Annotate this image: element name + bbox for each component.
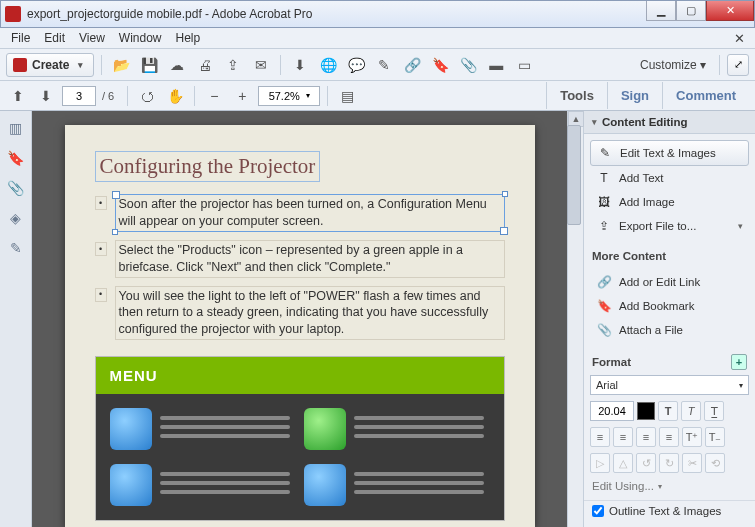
tool-attach-file[interactable]: 📎Attach a File [590, 318, 749, 342]
zoom-in-icon[interactable]: + [230, 85, 254, 107]
export-icon[interactable]: ⬇ [288, 54, 312, 76]
align-center-button[interactable]: ≡ [613, 427, 633, 447]
page-number-input[interactable] [62, 86, 96, 106]
document-scrollbar[interactable]: ▲ [567, 111, 583, 527]
rotate-cw-button[interactable]: ↻ [659, 453, 679, 473]
redact-icon[interactable]: ▬ [484, 54, 508, 76]
attach-tool-icon[interactable]: 📎 [456, 54, 480, 76]
bold-button[interactable]: T [658, 401, 678, 421]
hand-tool-icon[interactable]: ✋ [163, 85, 187, 107]
replace-button[interactable]: ⟲ [705, 453, 725, 473]
scroll-thumb[interactable] [567, 125, 581, 225]
page-up-icon[interactable]: ⬆ [6, 85, 30, 107]
window-title: export_projectorguide mobile.pdf - Adobe… [27, 7, 313, 21]
signatures-icon[interactable]: ✎ [7, 239, 25, 257]
link-tool-icon[interactable]: 🔗 [400, 54, 424, 76]
tool-add-text[interactable]: TAdd Text [590, 166, 749, 190]
align-justify-button[interactable]: ≡ [659, 427, 679, 447]
window-minimize-button[interactable] [646, 1, 676, 21]
reading-mode-icon[interactable]: ▤ [335, 85, 359, 107]
tool-add-image[interactable]: 🖼Add Image [590, 190, 749, 214]
tool-add-edit-link[interactable]: 🔗Add or Edit Link [590, 270, 749, 294]
bullet-box[interactable]: • [95, 288, 107, 302]
comment-icon[interactable]: 💬 [344, 54, 368, 76]
window-titlebar: export_projectorguide mobile.pdf - Adobe… [0, 0, 755, 28]
shield-graphic-icon [110, 408, 152, 450]
menu-file[interactable]: File [4, 29, 37, 47]
section-more-content: More Content [584, 244, 755, 264]
document-viewport[interactable]: Configuring the Projector • Soon after t… [32, 111, 567, 527]
tool-export-file[interactable]: ⇪Export File to... [590, 214, 749, 238]
cloud-save-icon[interactable]: ☁ [165, 54, 189, 76]
crop-button[interactable]: ✂ [682, 453, 702, 473]
bookmarks-icon[interactable]: 🔖 [7, 149, 25, 167]
panel-header-content-editing[interactable]: Content Editing [584, 111, 755, 134]
document-close-button[interactable]: ✕ [727, 29, 751, 48]
form-icon[interactable]: ▭ [512, 54, 536, 76]
window-close-button[interactable] [706, 1, 754, 21]
flip-h-button[interactable]: ▷ [590, 453, 610, 473]
drop-graphic-icon [110, 464, 152, 506]
email-icon[interactable]: ✉ [249, 54, 273, 76]
pdf-page: Configuring the Projector • Soon after t… [65, 125, 535, 527]
customize-button[interactable]: Customize ▾ [634, 58, 712, 72]
share-icon[interactable]: ⇪ [221, 54, 245, 76]
open-icon[interactable]: 📂 [109, 54, 133, 76]
tab-sign[interactable]: Sign [607, 82, 662, 109]
editable-text-block[interactable]: Select the "Products" icon – represented… [115, 240, 505, 278]
font-family-select[interactable]: Arial [590, 375, 749, 395]
outline-checkbox[interactable] [592, 505, 604, 517]
attach-icon: 📎 [596, 322, 612, 338]
page-total-label: / 6 [100, 90, 120, 102]
bullet-box[interactable]: • [95, 196, 107, 210]
embedded-menu-graphic: MENU [95, 356, 505, 521]
add-image-icon: 🖼 [596, 194, 612, 210]
globe-graphic-icon [304, 464, 346, 506]
stamp-icon[interactable]: ✎ [372, 54, 396, 76]
pdf-icon [13, 58, 27, 72]
zoom-select[interactable]: 57.2% [258, 86, 320, 106]
font-color-swatch[interactable] [637, 402, 655, 420]
save-icon[interactable]: 💾 [137, 54, 161, 76]
app-icon [5, 6, 21, 22]
page-thumbnails-icon[interactable]: ▥ [7, 119, 25, 137]
tool-add-bookmark[interactable]: 🔖Add Bookmark [590, 294, 749, 318]
tool-edit-text-images[interactable]: ✎Edit Text & Images [590, 140, 749, 166]
print-icon[interactable]: 🖨 [193, 54, 217, 76]
menu-graphic-header: MENU [96, 357, 504, 394]
superscript-button[interactable]: T⁺ [682, 427, 702, 447]
zoom-out-icon[interactable]: − [202, 85, 226, 107]
window-maximize-button[interactable] [676, 1, 706, 21]
page-down-icon[interactable]: ⬇ [34, 85, 58, 107]
underline-button[interactable]: T̲ [704, 401, 724, 421]
pointer-tool-icon[interactable]: ⭯ [135, 85, 159, 107]
tab-comment[interactable]: Comment [662, 82, 749, 109]
italic-button[interactable]: T [681, 401, 701, 421]
bullet-box[interactable]: • [95, 242, 107, 256]
font-size-input[interactable] [590, 401, 634, 421]
menu-help[interactable]: Help [169, 29, 208, 47]
tab-tools[interactable]: Tools [546, 82, 607, 109]
edit-using-dropdown[interactable]: Edit Using... [584, 476, 755, 496]
align-right-button[interactable]: ≡ [636, 427, 656, 447]
editable-text-block[interactable]: Soon after the projector has been turned… [115, 194, 505, 232]
bookmark-tool-icon[interactable]: 🔖 [428, 54, 452, 76]
align-left-button[interactable]: ≡ [590, 427, 610, 447]
convert-icon[interactable]: 🌐 [316, 54, 340, 76]
expand-toolbar-button[interactable]: ⤢ [727, 54, 749, 76]
format-expand-icon[interactable]: + [731, 354, 747, 370]
page-heading[interactable]: Configuring the Projector [95, 151, 321, 182]
rotate-ccw-button[interactable]: ↺ [636, 453, 656, 473]
menu-window[interactable]: Window [112, 29, 169, 47]
attachments-icon[interactable]: 📎 [7, 179, 25, 197]
outline-text-images-checkbox[interactable]: Outline Text & Images [584, 500, 755, 521]
menu-edit[interactable]: Edit [37, 29, 72, 47]
navigation-rail: ▥ 🔖 📎 ◈ ✎ [0, 111, 32, 527]
layers-icon[interactable]: ◈ [7, 209, 25, 227]
menubar: File Edit View Window Help ✕ [0, 28, 755, 49]
subscript-button[interactable]: T₋ [705, 427, 725, 447]
editable-text-block[interactable]: You will see the light to the left of "P… [115, 286, 505, 341]
create-button[interactable]: Create [6, 53, 94, 77]
flip-v-button[interactable]: △ [613, 453, 633, 473]
menu-view[interactable]: View [72, 29, 112, 47]
